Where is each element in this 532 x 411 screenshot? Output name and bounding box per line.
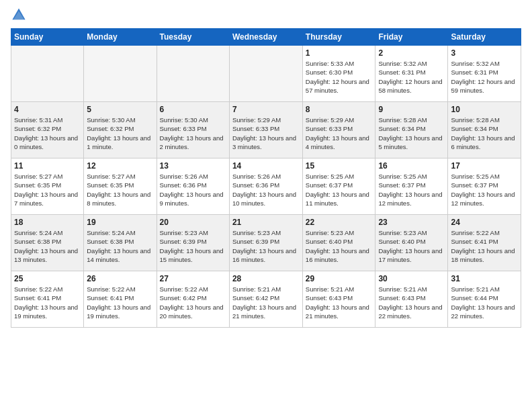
- day-number: 6: [160, 105, 226, 114]
- calendar-day-cell: 6Sunrise: 5:30 AM Sunset: 6:33 PM Daylig…: [157, 102, 229, 158]
- day-number: 14: [232, 161, 300, 171]
- day-info: Sunrise: 5:26 AM Sunset: 6:36 PM Dayligh…: [232, 172, 300, 208]
- day-info: Sunrise: 5:27 AM Sunset: 6:35 PM Dayligh…: [14, 172, 81, 208]
- calendar-day-cell: 9Sunrise: 5:28 AM Sunset: 6:34 PM Daylig…: [375, 102, 448, 158]
- calendar-day-cell: 16Sunrise: 5:25 AM Sunset: 6:37 PM Dayli…: [375, 158, 448, 215]
- calendar-day-cell: 1Sunrise: 5:33 AM Sunset: 6:30 PM Daylig…: [302, 46, 375, 102]
- calendar-day-cell: 20Sunrise: 5:23 AM Sunset: 6:39 PM Dayli…: [157, 215, 229, 271]
- day-number: 18: [14, 218, 81, 227]
- calendar-week-row: 4Sunrise: 5:31 AM Sunset: 6:32 PM Daylig…: [11, 102, 521, 158]
- day-number: 4: [14, 105, 81, 114]
- day-number: 8: [306, 105, 373, 114]
- calendar-day-cell: 14Sunrise: 5:26 AM Sunset: 6:36 PM Dayli…: [229, 158, 302, 215]
- day-info: Sunrise: 5:24 AM Sunset: 6:38 PM Dayligh…: [14, 228, 81, 264]
- day-info: Sunrise: 5:22 AM Sunset: 6:41 PM Dayligh…: [87, 285, 153, 320]
- day-info: Sunrise: 5:29 AM Sunset: 6:33 PM Dayligh…: [232, 116, 300, 151]
- calendar-day-cell: 7Sunrise: 5:29 AM Sunset: 6:33 PM Daylig…: [229, 102, 302, 158]
- day-info: Sunrise: 5:21 AM Sunset: 6:44 PM Dayligh…: [451, 285, 518, 320]
- calendar-day-cell: 17Sunrise: 5:25 AM Sunset: 6:37 PM Dayli…: [448, 158, 521, 215]
- calendar-week-row: 11Sunrise: 5:27 AM Sunset: 6:35 PM Dayli…: [11, 158, 521, 215]
- calendar-day-cell: 5Sunrise: 5:30 AM Sunset: 6:32 PM Daylig…: [84, 102, 157, 158]
- day-number: 23: [378, 218, 445, 227]
- calendar-day-header: Thursday: [302, 29, 375, 46]
- day-info: Sunrise: 5:25 AM Sunset: 6:37 PM Dayligh…: [451, 172, 518, 208]
- calendar: SundayMondayTuesdayWednesdayThursdayFrid…: [11, 28, 521, 328]
- day-number: 26: [87, 274, 153, 283]
- day-info: Sunrise: 5:28 AM Sunset: 6:34 PM Dayligh…: [451, 116, 518, 151]
- calendar-day-cell: 2Sunrise: 5:32 AM Sunset: 6:31 PM Daylig…: [375, 46, 448, 102]
- logo: [11, 7, 30, 23]
- day-number: 27: [160, 274, 226, 283]
- day-number: 19: [87, 218, 153, 227]
- calendar-day-cell: 22Sunrise: 5:23 AM Sunset: 6:40 PM Dayli…: [302, 215, 375, 271]
- day-info: Sunrise: 5:22 AM Sunset: 6:42 PM Dayligh…: [160, 285, 226, 320]
- day-info: Sunrise: 5:22 AM Sunset: 6:41 PM Dayligh…: [451, 228, 518, 264]
- day-info: Sunrise: 5:21 AM Sunset: 6:43 PM Dayligh…: [378, 285, 445, 320]
- calendar-day-cell: 28Sunrise: 5:21 AM Sunset: 6:42 PM Dayli…: [229, 271, 302, 328]
- day-number: 29: [306, 274, 373, 283]
- day-info: Sunrise: 5:32 AM Sunset: 6:31 PM Dayligh…: [451, 59, 518, 95]
- day-number: 31: [451, 274, 518, 283]
- calendar-week-row: 1Sunrise: 5:33 AM Sunset: 6:30 PM Daylig…: [11, 46, 521, 102]
- day-info: Sunrise: 5:23 AM Sunset: 6:40 PM Dayligh…: [306, 228, 373, 264]
- header: [11, 7, 521, 23]
- day-number: 17: [451, 161, 518, 171]
- calendar-day-cell: 12Sunrise: 5:27 AM Sunset: 6:35 PM Dayli…: [84, 158, 157, 215]
- day-info: Sunrise: 5:21 AM Sunset: 6:43 PM Dayligh…: [306, 285, 373, 320]
- calendar-day-cell: 27Sunrise: 5:22 AM Sunset: 6:42 PM Dayli…: [157, 271, 229, 328]
- calendar-day-cell: 31Sunrise: 5:21 AM Sunset: 6:44 PM Dayli…: [448, 271, 521, 328]
- day-number: 28: [232, 274, 300, 283]
- day-info: Sunrise: 5:33 AM Sunset: 6:30 PM Dayligh…: [306, 59, 373, 95]
- calendar-day-header: Sunday: [11, 29, 84, 46]
- page: SundayMondayTuesdayWednesdayThursdayFrid…: [0, 0, 532, 411]
- day-number: 9: [378, 105, 445, 114]
- day-info: Sunrise: 5:32 AM Sunset: 6:31 PM Dayligh…: [378, 59, 445, 95]
- calendar-day-cell: 29Sunrise: 5:21 AM Sunset: 6:43 PM Dayli…: [302, 271, 375, 328]
- day-info: Sunrise: 5:29 AM Sunset: 6:33 PM Dayligh…: [306, 116, 373, 151]
- calendar-day-cell: 23Sunrise: 5:23 AM Sunset: 6:40 PM Dayli…: [375, 215, 448, 271]
- calendar-day-cell: 8Sunrise: 5:29 AM Sunset: 6:33 PM Daylig…: [302, 102, 375, 158]
- day-number: 20: [160, 218, 226, 227]
- day-number: 3: [451, 48, 518, 58]
- calendar-day-cell: 4Sunrise: 5:31 AM Sunset: 6:32 PM Daylig…: [11, 102, 84, 158]
- calendar-day-cell: 13Sunrise: 5:26 AM Sunset: 6:36 PM Dayli…: [157, 158, 229, 215]
- calendar-day-cell: [157, 46, 229, 102]
- calendar-week-row: 25Sunrise: 5:22 AM Sunset: 6:41 PM Dayli…: [11, 271, 521, 328]
- day-info: Sunrise: 5:22 AM Sunset: 6:41 PM Dayligh…: [14, 285, 81, 320]
- calendar-day-cell: 26Sunrise: 5:22 AM Sunset: 6:41 PM Dayli…: [84, 271, 157, 328]
- day-number: 30: [378, 274, 445, 283]
- day-info: Sunrise: 5:21 AM Sunset: 6:42 PM Dayligh…: [232, 285, 300, 320]
- calendar-day-cell: 21Sunrise: 5:23 AM Sunset: 6:39 PM Dayli…: [229, 215, 302, 271]
- day-info: Sunrise: 5:25 AM Sunset: 6:37 PM Dayligh…: [378, 172, 445, 208]
- day-info: Sunrise: 5:28 AM Sunset: 6:34 PM Dayligh…: [378, 116, 445, 151]
- day-number: 1: [306, 48, 373, 58]
- day-number: 22: [306, 218, 373, 227]
- day-number: 7: [232, 105, 300, 114]
- day-info: Sunrise: 5:30 AM Sunset: 6:33 PM Dayligh…: [160, 116, 226, 151]
- calendar-day-header: Friday: [375, 29, 448, 46]
- logo-icon: [11, 7, 27, 23]
- day-number: 13: [160, 161, 226, 171]
- day-info: Sunrise: 5:23 AM Sunset: 6:40 PM Dayligh…: [378, 228, 445, 264]
- day-info: Sunrise: 5:23 AM Sunset: 6:39 PM Dayligh…: [160, 228, 226, 264]
- calendar-day-header: Monday: [84, 29, 157, 46]
- calendar-day-cell: 18Sunrise: 5:24 AM Sunset: 6:38 PM Dayli…: [11, 215, 84, 271]
- day-info: Sunrise: 5:26 AM Sunset: 6:36 PM Dayligh…: [160, 172, 226, 208]
- day-number: 5: [87, 105, 153, 114]
- day-info: Sunrise: 5:24 AM Sunset: 6:38 PM Dayligh…: [87, 228, 153, 264]
- day-number: 24: [451, 218, 518, 227]
- calendar-day-cell: 3Sunrise: 5:32 AM Sunset: 6:31 PM Daylig…: [448, 46, 521, 102]
- calendar-day-cell: 25Sunrise: 5:22 AM Sunset: 6:41 PM Dayli…: [11, 271, 84, 328]
- calendar-day-header: Tuesday: [157, 29, 229, 46]
- day-number: 10: [451, 105, 518, 114]
- calendar-day-header: Saturday: [448, 29, 521, 46]
- calendar-day-cell: 11Sunrise: 5:27 AM Sunset: 6:35 PM Dayli…: [11, 158, 84, 215]
- day-info: Sunrise: 5:30 AM Sunset: 6:32 PM Dayligh…: [87, 116, 153, 151]
- day-number: 2: [378, 48, 445, 58]
- day-info: Sunrise: 5:31 AM Sunset: 6:32 PM Dayligh…: [14, 116, 81, 151]
- calendar-day-header: Wednesday: [229, 29, 302, 46]
- calendar-week-row: 18Sunrise: 5:24 AM Sunset: 6:38 PM Dayli…: [11, 215, 521, 271]
- calendar-day-cell: [229, 46, 302, 102]
- day-number: 15: [306, 161, 373, 171]
- day-info: Sunrise: 5:27 AM Sunset: 6:35 PM Dayligh…: [87, 172, 153, 208]
